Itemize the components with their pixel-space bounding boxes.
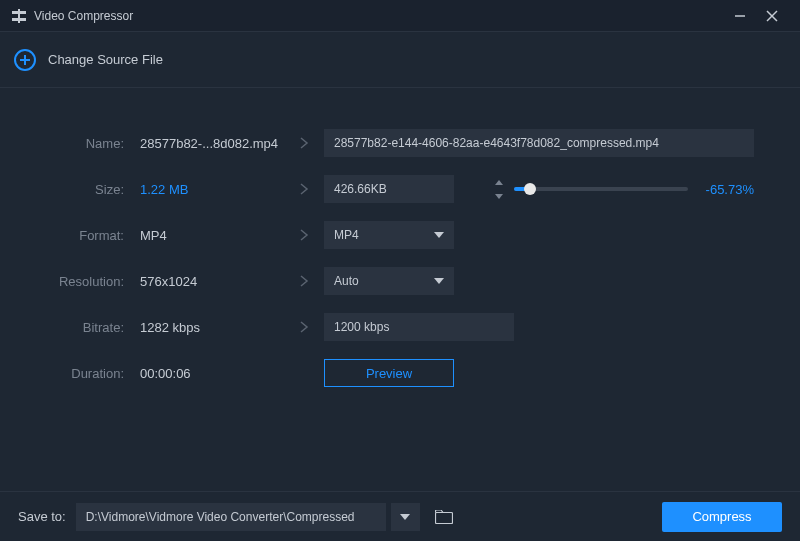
duration-row: Duration: 00:00:06 Preview — [24, 358, 776, 388]
name-row: Name: 28577b82-...8d082.mp4 — [24, 128, 776, 158]
chevron-right-icon — [284, 320, 324, 334]
caret-down-icon — [434, 278, 444, 284]
format-select-value: MP4 — [334, 228, 359, 242]
svg-rect-2 — [18, 9, 20, 23]
size-slider[interactable] — [514, 187, 688, 191]
resolution-row: Resolution: 576x1024 Auto — [24, 266, 776, 296]
chevron-right-icon — [284, 228, 324, 242]
format-label: Format: — [24, 228, 124, 243]
duration-label: Duration: — [24, 366, 124, 381]
resolution-select[interactable]: Auto — [324, 267, 454, 295]
save-path-dropdown[interactable] — [390, 503, 420, 531]
caret-down-icon — [434, 232, 444, 238]
size-original: 1.22 MB — [124, 182, 284, 197]
format-row: Format: MP4 MP4 — [24, 220, 776, 250]
compress-button[interactable]: Compress — [662, 502, 782, 532]
svg-marker-8 — [434, 232, 444, 238]
close-button[interactable] — [756, 4, 788, 28]
bitrate-row: Bitrate: 1282 kbps — [24, 312, 776, 342]
target-size-stepper[interactable] — [324, 175, 454, 203]
change-source-label: Change Source File — [48, 52, 163, 67]
preview-button[interactable]: Preview — [324, 359, 454, 387]
svg-marker-10 — [400, 514, 410, 520]
svg-marker-7 — [495, 194, 503, 199]
folder-icon — [435, 510, 453, 524]
open-folder-button[interactable] — [430, 503, 458, 531]
bitrate-label: Bitrate: — [24, 320, 124, 335]
target-size-input[interactable] — [324, 182, 494, 196]
change-source-row[interactable]: Change Source File — [0, 32, 800, 88]
name-original: 28577b82-...8d082.mp4 — [124, 136, 284, 151]
size-up-button[interactable] — [495, 175, 503, 189]
size-label: Size: — [24, 182, 124, 197]
titlebar: Video Compressor — [0, 0, 800, 32]
resolution-select-value: Auto — [334, 274, 359, 288]
resolution-label: Resolution: — [24, 274, 124, 289]
resolution-original: 576x1024 — [124, 274, 284, 289]
add-icon — [14, 49, 36, 71]
form-area: Name: 28577b82-...8d082.mp4 Size: 1.22 M… — [0, 88, 800, 388]
footer: Save to: D:\Vidmore\Vidmore Video Conver… — [0, 491, 800, 541]
size-reduction: -65.73% — [706, 182, 754, 197]
chevron-right-icon — [284, 136, 324, 150]
app-title: Video Compressor — [34, 9, 724, 23]
name-label: Name: — [24, 136, 124, 151]
bitrate-input[interactable] — [324, 313, 514, 341]
format-select[interactable]: MP4 — [324, 221, 454, 249]
format-original: MP4 — [124, 228, 284, 243]
size-down-button[interactable] — [495, 189, 503, 203]
minimize-button[interactable] — [724, 4, 756, 28]
save-path[interactable]: D:\Vidmore\Vidmore Video Converter\Compr… — [76, 503, 386, 531]
svg-marker-6 — [495, 180, 503, 185]
svg-marker-9 — [434, 278, 444, 284]
size-row: Size: 1.22 MB -65.73% — [24, 174, 776, 204]
chevron-right-icon — [284, 274, 324, 288]
chevron-right-icon — [284, 182, 324, 196]
caret-down-icon — [400, 514, 410, 520]
app-icon — [12, 9, 26, 23]
size-slider-wrap: -65.73% — [514, 182, 754, 197]
save-to-label: Save to: — [18, 509, 66, 524]
bitrate-original: 1282 kbps — [124, 320, 284, 335]
slider-thumb[interactable] — [524, 183, 536, 195]
svg-rect-11 — [435, 512, 452, 523]
duration-value: 00:00:06 — [124, 366, 284, 381]
output-name-input[interactable] — [324, 129, 754, 157]
